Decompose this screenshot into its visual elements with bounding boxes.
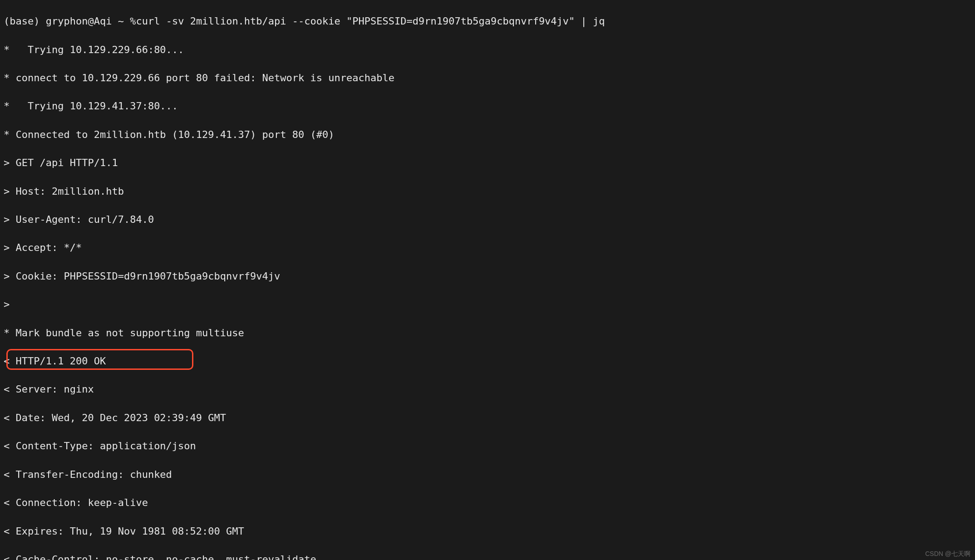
prompt-env: (base) [4, 15, 39, 27]
output-line: < Expires: Thu, 19 Nov 1981 08:52:00 GMT [4, 524, 971, 538]
output-line: < Cache-Control: no-store, no-cache, mus… [4, 552, 971, 560]
watermark-text: CSDN @七天啊 [925, 550, 970, 558]
output-line: < Date: Wed, 20 Dec 2023 02:39:49 GMT [4, 411, 971, 425]
output-line: > GET /api HTTP/1.1 [4, 156, 971, 170]
prompt-host: Aqi [94, 15, 112, 27]
output-line: > Accept: */* [4, 241, 971, 255]
prompt-marker: % [130, 15, 136, 27]
output-line: * Mark bundle as not supporting multiuse [4, 326, 971, 340]
prompt-user: gryphon [46, 15, 88, 27]
output-line: < Server: nginx [4, 382, 971, 396]
output-line: < Connection: keep-alive [4, 496, 971, 510]
output-line: > [4, 297, 971, 311]
output-line: > User-Agent: curl/7.84.0 [4, 212, 971, 226]
output-line: > Cookie: PHPSESSID=d9rn1907tb5ga9cbqnvr… [4, 269, 971, 283]
terminal-output[interactable]: (base) gryphon@Aqi ~ %curl -sv 2million.… [0, 0, 975, 560]
prompt-path: ~ [118, 15, 124, 27]
command-text: curl -sv 2million.htb/api --cookie "PHPS… [136, 15, 605, 27]
output-line: * Trying 10.129.229.66:80... [4, 43, 971, 57]
output-line: * Connected to 2million.htb (10.129.41.3… [4, 128, 971, 142]
output-line: * Trying 10.129.41.37:80... [4, 99, 971, 113]
prompt-line: (base) gryphon@Aqi ~ %curl -sv 2million.… [4, 14, 971, 28]
output-line: < HTTP/1.1 200 OK [4, 354, 971, 368]
output-line: * connect to 10.129.229.66 port 80 faile… [4, 71, 971, 85]
output-line: > Host: 2million.htb [4, 184, 971, 198]
output-line: < Content-Type: application/json [4, 439, 971, 453]
output-line: < Transfer-Encoding: chunked [4, 467, 971, 481]
